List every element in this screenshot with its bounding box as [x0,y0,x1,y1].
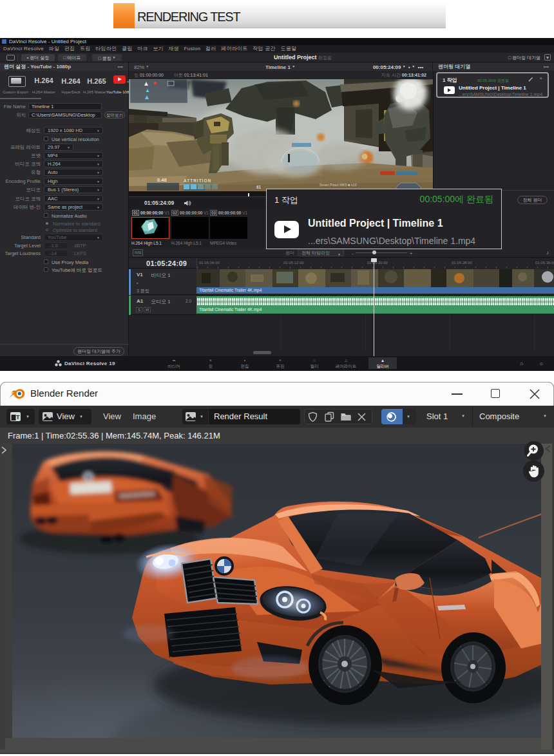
svg-text:Smart Pistol MK5 ■ x10: Smart Pistol MK5 ■ x10 [320,183,357,187]
svg-text:0.48: 0.48 [157,177,167,183]
svg-text:T: T [16,414,20,421]
svg-text:ATTRITION: ATTRITION [184,178,211,183]
svg-text:61: 61 [256,185,262,189]
